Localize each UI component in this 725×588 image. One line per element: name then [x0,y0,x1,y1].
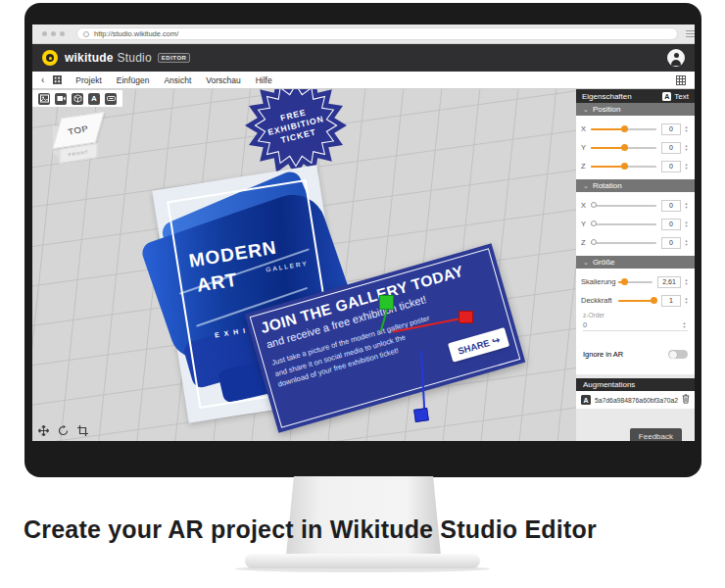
ignore-in-ar-toggle[interactable] [668,350,688,359]
text-type-icon: A [581,395,591,405]
view-cube[interactable]: TOP FRONT [48,113,107,173]
section-position[interactable]: ⌄ Position [576,103,695,116]
url-bar[interactable]: http://studio.wikitude.com/ [76,27,678,40]
url-text[interactable]: http://studio.wikitude.com/ [94,29,178,38]
star-badge-augmentation[interactable]: FREE EXHIBITION TICKET [242,89,350,179]
position-x-slider[interactable] [591,128,656,130]
page-caption: Create your AR project in Wikitude Studi… [24,515,597,544]
gizmo-y-handle[interactable] [379,295,394,310]
rotation-x-value[interactable]: 0 [661,200,681,212]
menu-einfuegen[interactable]: Einfügen [117,75,150,85]
position-z-value[interactable]: 0 [661,161,681,172]
browser-chrome: http://studio.wikitude.com/ [32,24,695,44]
menu-hilfe[interactable]: Hilfe [256,75,272,85]
projects-grid-icon[interactable] [53,75,62,84]
stepper-icon[interactable]: ▲▼ [683,163,690,171]
ignore-in-ar-row: Ignore in AR [576,336,695,370]
augmentation-list-item[interactable]: A 5a7d6a984876a60bf3a70a2f [576,391,695,409]
position-y-value[interactable]: 0 [661,142,681,154]
rotation-z-slider[interactable] [591,242,656,244]
position-y-slider[interactable] [591,147,656,149]
stepper-icon[interactable]: ▲▼ [683,220,690,228]
insert-toolbar: A [32,90,122,107]
panel-header: Eigenschaften A Text [576,89,695,103]
section-size[interactable]: ⌄ Größe [576,256,695,269]
trash-icon[interactable] [682,394,690,406]
text-icon[interactable]: A [88,93,100,105]
feedback-button[interactable]: Feedback [630,428,682,441]
augmentations-header: Augmentations [576,378,695,391]
stepper-icon[interactable]: ▲▼ [683,239,690,247]
rotation-y-slider[interactable] [591,223,656,225]
menu-ansicht[interactable]: Ansicht [164,75,191,85]
menu-bar: ‹ Projekt Einfügen Ansicht Vorschau Hilf… [32,72,695,89]
browser-menu-icon[interactable] [686,30,695,37]
avatar-person-icon [674,53,679,58]
scale-row: Skalierung 2,61 ▲▼ [576,272,695,291]
stepper-icon[interactable]: ▲▼ [681,321,688,329]
user-avatar[interactable] [667,49,685,67]
section-rotation[interactable]: ⌄ Rotation [576,179,695,192]
position-x-row: X 0 ▲▼ [576,120,695,138]
window-dot-icon[interactable] [42,31,47,36]
stepper-icon[interactable]: ▲▼ [683,144,690,152]
gizmo-z-handle[interactable] [413,408,429,422]
stepper-icon[interactable]: ▲▼ [683,278,690,286]
rotation-x-slider[interactable] [591,205,656,207]
model-icon[interactable] [72,93,83,105]
window-dot-icon[interactable] [51,31,56,36]
monitor-frame: http://studio.wikitude.com/ wikitude Stu… [24,3,701,477]
page: http://studio.wikitude.com/ wikitude Stu… [0,0,725,588]
crop-icon[interactable] [74,422,90,438]
share-arrow-icon: ↪ [491,334,502,347]
rotate-icon[interactable] [55,422,71,438]
scale-value[interactable]: 2,61 [657,276,681,288]
zorder-field[interactable]: z-Order 0 ▲▼ [576,310,695,336]
brand-name: wikitude [65,51,114,65]
stepper-icon[interactable]: ▲▼ [683,202,690,210]
stepper-icon[interactable]: ▲▼ [683,125,690,133]
avatar-person-icon [671,60,681,66]
position-z-row: Z 0 ▲▼ [576,157,695,175]
transform-toolbar [35,422,90,438]
menu-projekt[interactable]: Projekt [75,75,101,85]
augmentation-id: 5a7d6a984876a60bf3a70a2f [595,397,678,404]
editor-canvas[interactable]: A TOP FRONT [32,89,576,441]
rotation-y-value[interactable]: 0 [661,219,681,230]
chevron-down-icon: ⌄ [583,106,589,114]
move-icon[interactable] [35,422,51,438]
stepper-icon[interactable]: ▲▼ [683,297,690,305]
ignore-in-ar-label: Ignore in AR [583,350,623,359]
scale-slider[interactable] [618,281,652,283]
opacity-slider[interactable] [618,300,656,302]
type-label: Text [674,92,689,101]
grid-view-icon[interactable] [676,75,686,85]
zorder-value[interactable]: 0 [583,320,587,329]
window-controls[interactable] [42,31,65,36]
position-z-slider[interactable] [591,166,656,168]
screen: http://studio.wikitude.com/ wikitude Stu… [32,24,695,441]
rotation-z-row: Z 0 ▲▼ [576,233,695,252]
product-name: Studio [118,51,152,65]
opacity-value[interactable]: 1 [661,295,681,307]
properties-panel: Eigenschaften A Text ⌄ Position X [576,89,695,441]
rotation-z-value[interactable]: 0 [661,237,681,249]
menu-vorschau[interactable]: Vorschau [206,75,240,85]
chevron-down-icon: ⌄ [583,259,589,267]
back-chevron-icon[interactable]: ‹ [41,75,44,85]
position-x-value[interactable]: 0 [661,123,681,135]
panel-title: Eigenschaften [582,92,632,101]
button-icon[interactable] [105,93,117,105]
rotation-y-row: Y 0 ▲▼ [576,215,695,233]
video-icon[interactable] [55,93,67,105]
gizmo-x-handle[interactable] [459,311,473,323]
window-dot-icon[interactable] [60,31,65,36]
opacity-row: Deckkraft 1 ▲▼ [576,291,695,310]
image-icon[interactable] [38,93,50,105]
wikitude-logo-icon [42,50,58,66]
app-header: wikitude Studio EDITOR [32,44,695,72]
position-group: X 0 ▲▼ Y 0 ▲▼ Z [576,116,695,179]
editor-badge: EDITOR [158,53,191,63]
monitor-stand-base [245,554,480,568]
size-group: Skalierung 2,61 ▲▼ Deckkraft 1 ▲▼ [576,269,695,374]
